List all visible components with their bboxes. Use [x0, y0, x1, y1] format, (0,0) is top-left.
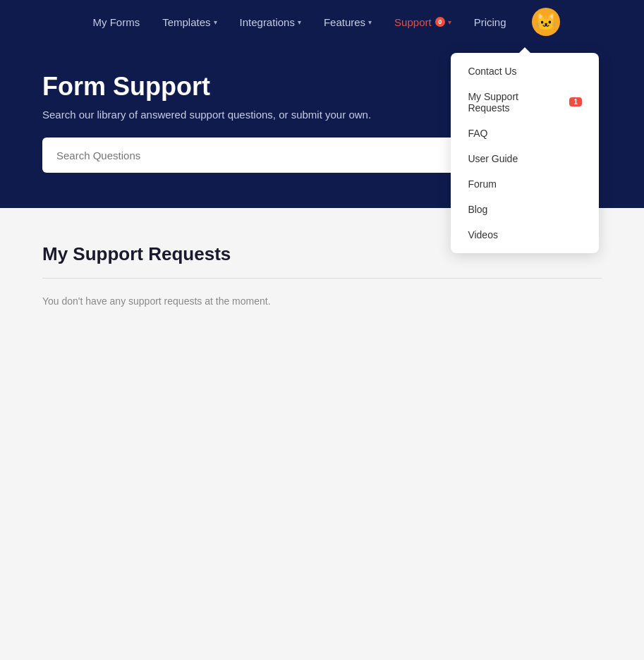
nav-my-forms[interactable]: My Forms: [84, 11, 148, 34]
support-badge: 0: [435, 17, 445, 27]
nav-support[interactable]: Support 0 ▾: [386, 11, 460, 34]
integrations-chevron-icon: ▾: [298, 18, 301, 26]
my-support-requests-badge: 1: [569, 97, 582, 106]
avatar[interactable]: 🐱: [532, 8, 560, 36]
navbar-inner: My Forms Templates ▾ Integrations ▾ Feat…: [84, 8, 559, 36]
empty-message: You don't have any support requests at t…: [42, 295, 602, 307]
avatar-emoji: 🐱: [535, 12, 557, 32]
dropdown-blog[interactable]: Blog: [451, 197, 599, 222]
templates-chevron-icon: ▾: [214, 18, 217, 26]
support-chevron-icon: ▾: [448, 18, 451, 26]
dropdown-faq[interactable]: FAQ: [451, 121, 599, 146]
nav-features-label: Features: [324, 16, 365, 28]
nav-templates-label: Templates: [162, 16, 210, 28]
nav-pricing[interactable]: Pricing: [466, 11, 515, 34]
main-content: My Support Requests You don't have any s…: [0, 208, 644, 631]
dropdown-videos[interactable]: Videos: [451, 222, 599, 248]
navbar: My Forms Templates ▾ Integrations ▾ Feat…: [0, 0, 644, 44]
nav-templates[interactable]: Templates ▾: [154, 11, 225, 34]
dropdown-my-support-requests[interactable]: My Support Requests 1: [451, 84, 599, 121]
nav-integrations[interactable]: Integrations ▾: [231, 11, 310, 34]
nav-my-forms-label: My Forms: [92, 16, 140, 28]
dropdown-forum[interactable]: Forum: [451, 171, 599, 197]
dropdown-user-guide[interactable]: User Guide: [451, 146, 599, 171]
dropdown-contact-us[interactable]: Contact Us: [451, 59, 599, 84]
nav-features[interactable]: Features ▾: [315, 11, 380, 34]
nav-pricing-label: Pricing: [474, 16, 506, 28]
support-dropdown: Contact Us My Support Requests 1 FAQ Use…: [451, 53, 599, 253]
section-divider: [42, 278, 602, 279]
features-chevron-icon: ▾: [368, 18, 372, 26]
nav-integrations-label: Integrations: [240, 16, 295, 28]
nav-support-label: Support: [394, 16, 432, 28]
